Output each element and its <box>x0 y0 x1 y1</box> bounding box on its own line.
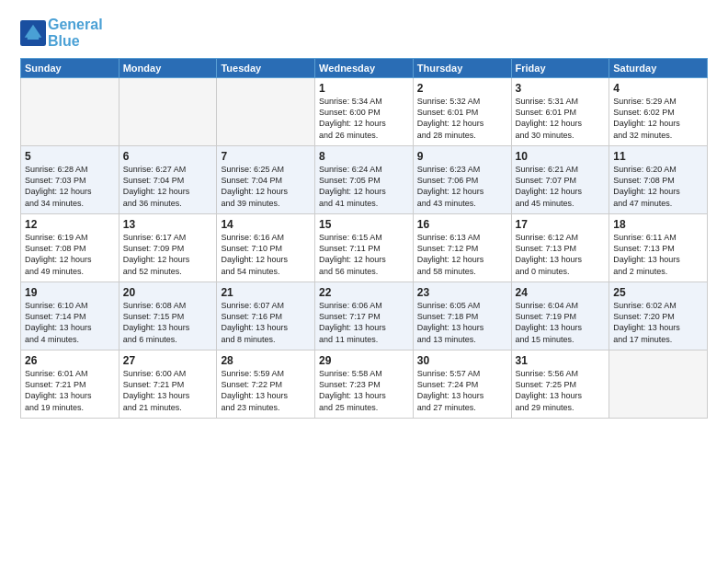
weekday-header-saturday: Saturday <box>609 59 708 78</box>
calendar-cell: 7Sunrise: 6:25 AM Sunset: 7:04 PM Daylig… <box>217 146 315 214</box>
day-info: Sunrise: 5:32 AM Sunset: 6:01 PM Dayligh… <box>417 96 507 141</box>
weekday-header-row: SundayMondayTuesdayWednesdayThursdayFrid… <box>21 59 708 78</box>
day-info: Sunrise: 6:19 AM Sunset: 7:08 PM Dayligh… <box>25 232 115 277</box>
day-info: Sunrise: 5:58 AM Sunset: 7:23 PM Dayligh… <box>319 368 409 413</box>
day-info: Sunrise: 6:13 AM Sunset: 7:12 PM Dayligh… <box>417 232 507 277</box>
calendar-cell: 27Sunrise: 6:00 AM Sunset: 7:21 PM Dayli… <box>119 350 217 419</box>
day-number: 11 <box>613 150 703 163</box>
day-number: 2 <box>417 82 507 95</box>
day-number: 9 <box>417 150 507 163</box>
day-info: Sunrise: 6:28 AM Sunset: 7:03 PM Dayligh… <box>25 164 115 209</box>
logo-icon <box>20 20 46 46</box>
day-info: Sunrise: 6:04 AM Sunset: 7:19 PM Dayligh… <box>516 300 606 345</box>
calendar-row: 26Sunrise: 6:01 AM Sunset: 7:21 PM Dayli… <box>21 350 708 419</box>
calendar-cell: 2Sunrise: 5:32 AM Sunset: 6:01 PM Daylig… <box>413 78 511 146</box>
calendar-cell: 23Sunrise: 6:05 AM Sunset: 7:18 PM Dayli… <box>413 282 511 350</box>
calendar-cell: 21Sunrise: 6:07 AM Sunset: 7:16 PM Dayli… <box>217 282 315 350</box>
calendar-cell: 25Sunrise: 6:02 AM Sunset: 7:20 PM Dayli… <box>609 282 708 350</box>
day-number: 26 <box>25 354 115 367</box>
day-info: Sunrise: 6:11 AM Sunset: 7:13 PM Dayligh… <box>613 232 703 277</box>
svg-rect-2 <box>28 36 39 40</box>
calendar-cell: 3Sunrise: 5:31 AM Sunset: 6:01 PM Daylig… <box>511 78 609 146</box>
weekday-header-wednesday: Wednesday <box>315 59 414 78</box>
day-info: Sunrise: 5:59 AM Sunset: 7:22 PM Dayligh… <box>221 368 311 413</box>
day-number: 3 <box>516 82 606 95</box>
calendar-cell: 28Sunrise: 5:59 AM Sunset: 7:22 PM Dayli… <box>217 350 315 419</box>
day-number: 31 <box>516 354 606 367</box>
day-info: Sunrise: 5:31 AM Sunset: 6:01 PM Dayligh… <box>516 96 606 141</box>
day-number: 20 <box>123 286 213 299</box>
calendar-cell: 6Sunrise: 6:27 AM Sunset: 7:04 PM Daylig… <box>119 146 217 214</box>
day-number: 16 <box>417 218 507 231</box>
day-number: 29 <box>319 354 409 367</box>
calendar-cell: 11Sunrise: 6:20 AM Sunset: 7:08 PM Dayli… <box>609 146 708 214</box>
calendar-cell: 8Sunrise: 6:24 AM Sunset: 7:05 PM Daylig… <box>315 146 414 214</box>
day-number: 4 <box>613 82 703 95</box>
day-info: Sunrise: 6:24 AM Sunset: 7:05 PM Dayligh… <box>319 164 409 209</box>
day-info: Sunrise: 6:01 AM Sunset: 7:21 PM Dayligh… <box>25 368 115 413</box>
day-number: 7 <box>221 150 311 163</box>
calendar-cell: 13Sunrise: 6:17 AM Sunset: 7:09 PM Dayli… <box>119 214 217 282</box>
day-number: 24 <box>516 286 606 299</box>
day-number: 19 <box>25 286 115 299</box>
day-number: 22 <box>319 286 409 299</box>
day-info: Sunrise: 6:10 AM Sunset: 7:14 PM Dayligh… <box>25 300 115 345</box>
logo: GeneralBlue <box>20 17 103 49</box>
day-number: 12 <box>25 218 115 231</box>
calendar-table: SundayMondayTuesdayWednesdayThursdayFrid… <box>20 58 708 419</box>
day-info: Sunrise: 6:00 AM Sunset: 7:21 PM Dayligh… <box>123 368 213 413</box>
calendar-cell: 17Sunrise: 6:12 AM Sunset: 7:13 PM Dayli… <box>511 214 609 282</box>
calendar-row: 5Sunrise: 6:28 AM Sunset: 7:03 PM Daylig… <box>21 146 708 214</box>
day-info: Sunrise: 6:15 AM Sunset: 7:11 PM Dayligh… <box>319 232 409 277</box>
day-number: 13 <box>123 218 213 231</box>
day-info: Sunrise: 6:20 AM Sunset: 7:08 PM Dayligh… <box>613 164 703 209</box>
calendar-cell: 19Sunrise: 6:10 AM Sunset: 7:14 PM Dayli… <box>21 282 119 350</box>
calendar-cell: 24Sunrise: 6:04 AM Sunset: 7:19 PM Dayli… <box>511 282 609 350</box>
day-info: Sunrise: 6:27 AM Sunset: 7:04 PM Dayligh… <box>123 164 213 209</box>
calendar-cell: 5Sunrise: 6:28 AM Sunset: 7:03 PM Daylig… <box>21 146 119 214</box>
calendar-cell: 30Sunrise: 5:57 AM Sunset: 7:24 PM Dayli… <box>413 350 511 419</box>
day-info: Sunrise: 6:25 AM Sunset: 7:04 PM Dayligh… <box>221 164 311 209</box>
day-info: Sunrise: 6:17 AM Sunset: 7:09 PM Dayligh… <box>123 232 213 277</box>
calendar-cell: 12Sunrise: 6:19 AM Sunset: 7:08 PM Dayli… <box>21 214 119 282</box>
weekday-header-tuesday: Tuesday <box>217 59 315 78</box>
calendar-cell: 31Sunrise: 5:56 AM Sunset: 7:25 PM Dayli… <box>511 350 609 419</box>
day-info: Sunrise: 6:07 AM Sunset: 7:16 PM Dayligh… <box>221 300 311 345</box>
day-info: Sunrise: 5:29 AM Sunset: 6:02 PM Dayligh… <box>613 96 703 141</box>
day-number: 27 <box>123 354 213 367</box>
calendar-cell <box>217 78 315 146</box>
day-number: 28 <box>221 354 311 367</box>
header: GeneralBlue <box>20 17 708 49</box>
calendar-row: 12Sunrise: 6:19 AM Sunset: 7:08 PM Dayli… <box>21 214 708 282</box>
day-info: Sunrise: 5:57 AM Sunset: 7:24 PM Dayligh… <box>417 368 507 413</box>
calendar-cell: 1Sunrise: 5:34 AM Sunset: 6:00 PM Daylig… <box>315 78 414 146</box>
day-number: 25 <box>613 286 703 299</box>
day-number: 23 <box>417 286 507 299</box>
day-info: Sunrise: 6:02 AM Sunset: 7:20 PM Dayligh… <box>613 300 703 345</box>
calendar-cell <box>609 350 708 419</box>
page: GeneralBlue SundayMondayTuesdayWednesday… <box>0 0 728 563</box>
calendar-cell: 29Sunrise: 5:58 AM Sunset: 7:23 PM Dayli… <box>315 350 414 419</box>
day-number: 5 <box>25 150 115 163</box>
calendar-cell: 20Sunrise: 6:08 AM Sunset: 7:15 PM Dayli… <box>119 282 217 350</box>
calendar-cell: 26Sunrise: 6:01 AM Sunset: 7:21 PM Dayli… <box>21 350 119 419</box>
day-info: Sunrise: 6:23 AM Sunset: 7:06 PM Dayligh… <box>417 164 507 209</box>
day-info: Sunrise: 6:16 AM Sunset: 7:10 PM Dayligh… <box>221 232 311 277</box>
calendar-row: 19Sunrise: 6:10 AM Sunset: 7:14 PM Dayli… <box>21 282 708 350</box>
day-info: Sunrise: 6:05 AM Sunset: 7:18 PM Dayligh… <box>417 300 507 345</box>
day-number: 21 <box>221 286 311 299</box>
day-info: Sunrise: 5:56 AM Sunset: 7:25 PM Dayligh… <box>516 368 606 413</box>
day-number: 17 <box>516 218 606 231</box>
weekday-header-thursday: Thursday <box>413 59 511 78</box>
day-number: 1 <box>319 82 409 95</box>
day-number: 18 <box>613 218 703 231</box>
calendar-cell: 9Sunrise: 6:23 AM Sunset: 7:06 PM Daylig… <box>413 146 511 214</box>
day-number: 10 <box>516 150 606 163</box>
day-info: Sunrise: 6:06 AM Sunset: 7:17 PM Dayligh… <box>319 300 409 345</box>
weekday-header-monday: Monday <box>119 59 217 78</box>
calendar-cell: 10Sunrise: 6:21 AM Sunset: 7:07 PM Dayli… <box>511 146 609 214</box>
calendar-cell: 15Sunrise: 6:15 AM Sunset: 7:11 PM Dayli… <box>315 214 414 282</box>
day-number: 8 <box>319 150 409 163</box>
weekday-header-friday: Friday <box>511 59 609 78</box>
weekday-header-sunday: Sunday <box>21 59 119 78</box>
